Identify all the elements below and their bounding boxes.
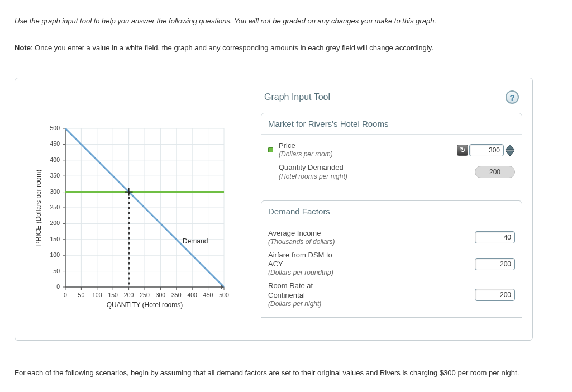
rate-input[interactable] (475, 289, 515, 301)
demand-series-label: Demand (183, 237, 208, 245)
income-label: Average Income (268, 229, 345, 238)
svg-text:200: 200 (124, 291, 134, 298)
income-sublabel: (Thousands of dollars) (268, 238, 345, 246)
reset-icon: ↻ (460, 146, 466, 154)
price-step-up-button[interactable] (505, 144, 515, 150)
demand-factors-title: Demand Factors (261, 201, 522, 222)
svg-text:300: 300 (156, 291, 166, 298)
airfare-row: Airfare from DSM to ACY (Dollars per rou… (268, 248, 515, 280)
svg-text:400: 400 (187, 291, 197, 298)
svg-text:0: 0 (64, 291, 67, 298)
svg-text:0: 0 (56, 283, 60, 290)
rate-label: Room Rate at Continental (268, 281, 345, 300)
airfare-sublabel: (Dollars per roundtrip) (268, 269, 345, 277)
price-legend-icon (268, 147, 273, 152)
airfare-label: Airfare from DSM to ACY (268, 251, 345, 269)
quantity-sublabel: (Hotel rooms per night) (279, 173, 348, 181)
help-icon: ? (509, 93, 514, 102)
demand-chart[interactable]: Demand 0 50 100 150 200 250 300 350 400 … (25, 121, 249, 322)
x-axis-label: QUANTITY (Hotel rooms) (107, 301, 183, 309)
chevron-up-icon (505, 144, 515, 150)
svg-text:350: 350 (171, 291, 182, 298)
svg-text:400: 400 (50, 156, 60, 163)
controls-column: Graph Input Tool ? Market for Rivers's H… (261, 88, 522, 328)
price-step-down-button[interactable] (505, 150, 515, 156)
svg-text:100: 100 (92, 291, 102, 298)
note-label: Note (15, 44, 31, 52)
quantity-label: Quantity Demanded (279, 163, 348, 172)
market-panel: Market for Rivers's Hotel Rooms Price (D… (261, 113, 522, 190)
quantity-readonly: 200 (475, 166, 515, 178)
rate-sublabel: (Dollars per night) (268, 300, 345, 308)
svg-text:50: 50 (78, 291, 85, 298)
svg-text:100: 100 (50, 251, 60, 258)
svg-text:300: 300 (50, 188, 60, 195)
price-sublabel: (Dollars per room) (279, 150, 348, 159)
svg-text:450: 450 (50, 140, 60, 147)
airfare-input[interactable] (475, 258, 515, 270)
help-button[interactable]: ? (506, 90, 519, 104)
svg-marker-75 (506, 151, 514, 156)
graph-input-tool-panel: Demand 0 50 100 150 200 250 300 350 400 … (15, 78, 533, 341)
rate-row: Room Rate at Continental (Dollars per ni… (268, 279, 515, 310)
svg-text:500: 500 (50, 125, 60, 131)
price-label: Price (279, 141, 348, 150)
y-axis-label: PRICE (Dollars per room) (35, 170, 42, 246)
chart-column: Demand 0 50 100 150 200 250 300 350 400 … (25, 88, 249, 322)
svg-text:150: 150 (50, 236, 60, 242)
closing-text: For each of the following scenarios, beg… (15, 366, 557, 380)
market-panel-title: Market for Rivers's Hotel Rooms (261, 113, 522, 135)
svg-text:500: 500 (219, 291, 229, 298)
income-input[interactable] (475, 231, 515, 243)
note-text: : Once you enter a value in a white fiel… (31, 44, 433, 52)
svg-text:150: 150 (108, 291, 118, 298)
intro-text: Use the graph input tool to help you ans… (15, 16, 557, 27)
svg-text:50: 50 (53, 267, 60, 274)
svg-marker-74 (506, 145, 514, 150)
demand-factors-panel: Demand Factors Average Income (Thousands… (261, 200, 522, 318)
income-row: Average Income (Thousands of dollars) (268, 227, 515, 248)
reset-price-button[interactable]: ↻ (457, 145, 468, 156)
price-row: Price (Dollars per room) ↻ (268, 139, 515, 161)
svg-text:200: 200 (50, 219, 60, 226)
chevron-down-icon (505, 150, 515, 156)
quantity-row: Quantity Demanded (Hotel rooms per night… (268, 161, 515, 183)
tool-title: Graph Input Tool (264, 92, 330, 102)
svg-text:250: 250 (50, 204, 60, 211)
svg-text:450: 450 (203, 291, 213, 298)
svg-text:250: 250 (140, 291, 150, 298)
svg-text:350: 350 (50, 172, 60, 179)
note-line: Note: Once you enter a value in a white … (15, 42, 557, 54)
price-input[interactable] (469, 144, 504, 156)
